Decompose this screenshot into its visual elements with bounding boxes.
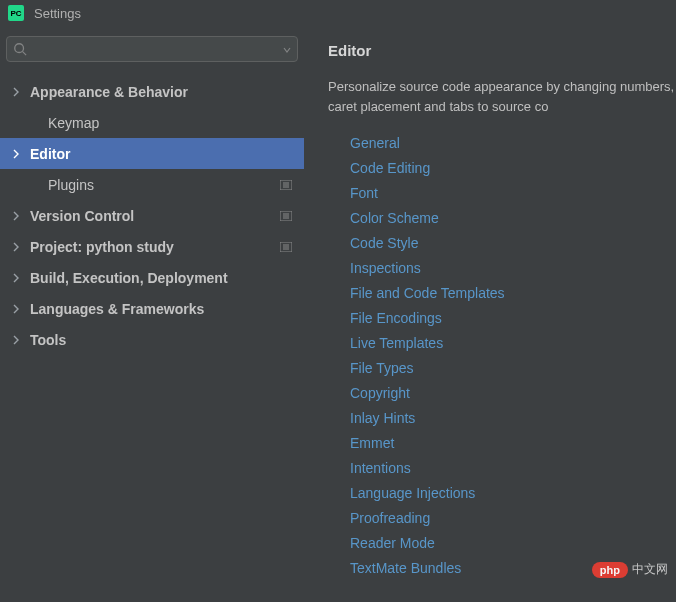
editor-link-file-encodings[interactable]: File Encodings <box>350 310 442 326</box>
sidebar-item-build-execution-deployment[interactable]: Build, Execution, Deployment <box>0 262 304 293</box>
editor-link-color-scheme[interactable]: Color Scheme <box>350 210 439 226</box>
search-input[interactable] <box>31 42 283 56</box>
sidebar-item-tools[interactable]: Tools <box>0 324 304 355</box>
app-icon <box>8 5 24 21</box>
sidebar-item-editor[interactable]: Editor <box>0 138 304 169</box>
list-item: Proofreading <box>350 509 676 527</box>
editor-link-file-and-code-templates[interactable]: File and Code Templates <box>350 285 505 301</box>
chevron-right-icon <box>12 211 30 221</box>
list-item: Inlay Hints <box>350 409 676 427</box>
list-item: Code Editing <box>350 159 676 177</box>
editor-link-general[interactable]: General <box>350 135 400 151</box>
editor-link-code-editing[interactable]: Code Editing <box>350 160 430 176</box>
sidebar-item-label: Keymap <box>48 115 99 131</box>
project-scope-icon <box>280 242 292 252</box>
sidebar-item-label: Version Control <box>30 208 134 224</box>
main-panel: Editor Personalize source code appearanc… <box>304 26 676 602</box>
sidebar: Appearance & BehaviorKeymapEditorPlugins… <box>0 26 304 602</box>
svg-line-1 <box>23 52 27 56</box>
editor-link-language-injections[interactable]: Language Injections <box>350 485 475 501</box>
list-item: File Encodings <box>350 309 676 327</box>
list-item: Intentions <box>350 459 676 477</box>
editor-link-reader-mode[interactable]: Reader Mode <box>350 535 435 551</box>
content-area: Appearance & BehaviorKeymapEditorPlugins… <box>0 26 676 602</box>
editor-link-font[interactable]: Font <box>350 185 378 201</box>
sidebar-item-label: Editor <box>30 146 70 162</box>
watermark: php 中文网 <box>592 561 668 578</box>
sidebar-item-plugins[interactable]: Plugins <box>0 169 304 200</box>
sidebar-item-label: Tools <box>30 332 66 348</box>
window-title: Settings <box>34 6 81 21</box>
chevron-right-icon <box>12 87 30 97</box>
editor-link-file-types[interactable]: File Types <box>350 360 414 376</box>
editor-link-copyright[interactable]: Copyright <box>350 385 410 401</box>
sidebar-item-label: Appearance & Behavior <box>30 84 188 100</box>
list-item: Color Scheme <box>350 209 676 227</box>
watermark-badge: php <box>592 562 628 578</box>
chevron-right-icon <box>12 242 30 252</box>
settings-tree: Appearance & BehaviorKeymapEditorPlugins… <box>0 68 304 355</box>
search-box[interactable] <box>6 36 298 62</box>
project-scope-icon <box>280 211 292 221</box>
chevron-right-icon <box>12 304 30 314</box>
search-icon <box>13 42 27 56</box>
page-description: Personalize source code appearance by ch… <box>328 77 676 116</box>
editor-link-inspections[interactable]: Inspections <box>350 260 421 276</box>
project-scope-icon <box>280 180 292 190</box>
list-item: General <box>350 134 676 152</box>
list-item: File Types <box>350 359 676 377</box>
chevron-right-icon <box>12 335 30 345</box>
sidebar-item-label: Build, Execution, Deployment <box>30 270 228 286</box>
list-item: Inspections <box>350 259 676 277</box>
titlebar: Settings <box>0 0 676 26</box>
editor-links-list: GeneralCode EditingFontColor SchemeCode … <box>328 134 676 577</box>
chevron-down-icon[interactable] <box>283 40 291 58</box>
list-item: Reader Mode <box>350 534 676 552</box>
sidebar-item-label: Project: python study <box>30 239 174 255</box>
editor-link-proofreading[interactable]: Proofreading <box>350 510 430 526</box>
editor-link-code-style[interactable]: Code Style <box>350 235 418 251</box>
editor-link-inlay-hints[interactable]: Inlay Hints <box>350 410 415 426</box>
editor-link-emmet[interactable]: Emmet <box>350 435 394 451</box>
list-item: Font <box>350 184 676 202</box>
sidebar-item-version-control[interactable]: Version Control <box>0 200 304 231</box>
page-title: Editor <box>328 42 676 59</box>
sidebar-item-languages-frameworks[interactable]: Languages & Frameworks <box>0 293 304 324</box>
sidebar-item-label: Languages & Frameworks <box>30 301 204 317</box>
sidebar-item-label: Plugins <box>48 177 94 193</box>
search-wrap <box>0 26 304 68</box>
editor-link-intentions[interactable]: Intentions <box>350 460 411 476</box>
list-item: Live Templates <box>350 334 676 352</box>
editor-link-textmate-bundles[interactable]: TextMate Bundles <box>350 560 461 576</box>
list-item: Code Style <box>350 234 676 252</box>
sidebar-item-appearance-behavior[interactable]: Appearance & Behavior <box>0 76 304 107</box>
watermark-text: 中文网 <box>632 561 668 578</box>
list-item: File and Code Templates <box>350 284 676 302</box>
editor-link-live-templates[interactable]: Live Templates <box>350 335 443 351</box>
sidebar-item-project-python-study[interactable]: Project: python study <box>0 231 304 262</box>
chevron-right-icon <box>12 273 30 283</box>
svg-point-0 <box>15 44 24 53</box>
list-item: Emmet <box>350 434 676 452</box>
list-item: Language Injections <box>350 484 676 502</box>
list-item: Copyright <box>350 384 676 402</box>
sidebar-item-keymap[interactable]: Keymap <box>0 107 304 138</box>
chevron-right-icon <box>12 149 30 159</box>
